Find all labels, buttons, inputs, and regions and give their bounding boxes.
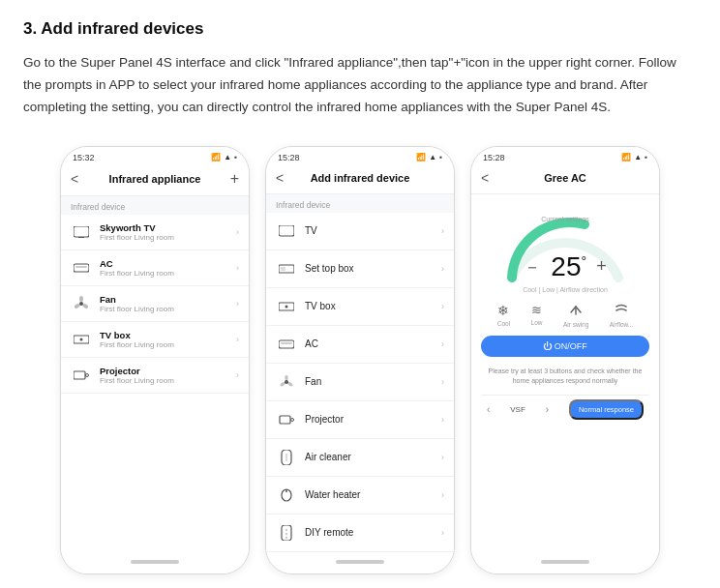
phone1-status-icons: 📶 ▲ ▪	[211, 153, 237, 162]
cool-line-label: Cool | Low | Airflow direction	[523, 286, 608, 293]
vsf-label: VSF	[510, 405, 525, 414]
ac-room: First floor Living room	[100, 269, 228, 278]
phone2-infrared-label: Infrared device	[266, 194, 454, 213]
phone1-body: Infrared device Skyworth TV First floor …	[61, 196, 249, 552]
device-row-projector[interactable]: Projector First floor Living room ›	[61, 358, 249, 394]
projector-room: First floor Living room	[100, 376, 228, 385]
add-item-tv[interactable]: TV ›	[266, 213, 454, 250]
fan-room: First floor Living room	[100, 305, 228, 313]
add-item-waterheater[interactable]: Water heater ›	[266, 477, 454, 514]
svg-point-24	[291, 418, 294, 421]
svg-rect-18	[281, 342, 292, 344]
projector-chevron: ›	[236, 370, 239, 380]
tvbox-room: First floor Living room	[100, 340, 228, 349]
temp-plus-btn[interactable]: +	[596, 256, 607, 277]
airswing-icon	[569, 303, 583, 319]
add-projector-chevron: ›	[441, 415, 444, 425]
airswing-label: Air swing	[563, 321, 588, 328]
add-waterheater-label: Water heater	[305, 489, 434, 500]
svg-rect-10	[74, 371, 85, 379]
ac-ctrl-cool[interactable]: ❄ Cool	[497, 303, 510, 328]
tv-info: Skyworth TV First floor Living room	[100, 222, 228, 242]
airflow-icon	[615, 303, 628, 319]
phone3-status-bar: 15:28 📶 ▲ ▪	[471, 147, 659, 164]
phone1-infrared-label: Infrared device	[61, 196, 249, 215]
svg-rect-12	[279, 225, 294, 236]
phone3-title: Gree AC	[496, 172, 634, 184]
svg-point-5	[79, 296, 83, 302]
add-waterheater-chevron: ›	[441, 490, 444, 500]
device-row-ac[interactable]: AC First floor Living room ›	[61, 250, 249, 286]
fan-name: Fan	[100, 294, 228, 305]
svg-rect-0	[74, 226, 89, 237]
phone3-back-btn[interactable]: <	[481, 170, 496, 186]
fan-icon	[71, 293, 92, 314]
svg-rect-23	[280, 416, 290, 424]
fan-info: Fan First floor Living room	[100, 294, 228, 313]
add-tv-label: TV	[305, 225, 434, 236]
device-row-tv[interactable]: Skyworth TV First floor Living room ›	[61, 215, 249, 250]
tv-chevron: ›	[236, 227, 239, 237]
battery-icon3: ▪	[645, 153, 647, 162]
add-ac-icon	[276, 334, 297, 355]
phone1-back-btn[interactable]: <	[71, 171, 86, 187]
add-tv-icon	[276, 220, 297, 242]
device-row-tvbox[interactable]: TV box First floor Living room ›	[61, 322, 249, 358]
add-settopbox-label: Set top box	[305, 263, 434, 274]
temp-number: 25	[551, 251, 581, 281]
add-item-fan[interactable]: Fan ›	[266, 364, 454, 401]
phone1-bottom	[61, 552, 249, 573]
ac-ctrl-airswing[interactable]: Air swing	[563, 303, 588, 328]
add-item-settopbox[interactable]: Set top box ›	[266, 250, 454, 288]
normal-response-btn[interactable]: Normal response	[569, 399, 644, 420]
add-aircleaner-icon	[276, 447, 297, 468]
add-aircleaner-chevron: ›	[441, 453, 444, 462]
phone2-title: Add infrared device	[291, 172, 429, 184]
add-item-tvbox[interactable]: TV box ›	[266, 288, 454, 326]
ac-chevron: ›	[236, 263, 239, 273]
notice-text: Please try at least 3 buttons and check …	[481, 367, 649, 387]
wifi-icon: ▲	[224, 153, 231, 162]
add-ac-chevron: ›	[441, 339, 444, 349]
cool-label: Cool	[497, 320, 510, 327]
current-settings-label: Current settings	[497, 216, 633, 222]
add-item-aircleaner[interactable]: Air cleaner ›	[266, 439, 454, 477]
low-icon: ≋	[531, 303, 542, 317]
next-arrow[interactable]: ›	[546, 404, 549, 415]
phone2-status-icons: 📶 ▲ ▪	[416, 153, 442, 162]
add-item-diy[interactable]: DIY remote ›	[266, 514, 454, 552]
low-label: Low	[531, 319, 543, 326]
on-off-button[interactable]: ⏻ ON/OFF	[481, 336, 649, 357]
add-item-projector[interactable]: Projector ›	[266, 401, 454, 439]
ac-ctrl-airflow[interactable]: Airflow...	[610, 303, 634, 328]
phone1-plus-btn[interactable]: +	[224, 170, 239, 188]
phone2-body: Infrared device TV › Set top box ›	[266, 194, 454, 552]
svg-point-9	[80, 338, 83, 340]
phone2-back-btn[interactable]: <	[276, 170, 291, 186]
ac-info: AC First floor Living room	[100, 258, 228, 278]
projector-info: Projector First floor Living room	[100, 366, 228, 385]
phone3-header: < Gree AC	[471, 164, 659, 194]
ac-ctrl-low[interactable]: ≋ Low	[531, 303, 543, 328]
phone2-time: 15:28	[278, 153, 300, 162]
phone3-body: Current settings － 25° + Cool | Low | Ai…	[471, 194, 659, 552]
device-row-fan[interactable]: Fan First floor Living room ›	[61, 286, 249, 322]
tvbox-name: TV box	[100, 330, 228, 340]
ac-name: AC	[100, 258, 228, 269]
svg-point-4	[79, 302, 83, 306]
section-description: Go to the Super Panel 4S interface and c…	[23, 52, 697, 119]
add-ac-label: AC	[305, 338, 434, 349]
tv-icon	[71, 221, 92, 243]
add-waterheater-icon	[276, 485, 297, 506]
battery-icon2: ▪	[439, 153, 442, 162]
prev-arrow[interactable]: ‹	[487, 404, 490, 415]
add-diy-label: DIY remote	[305, 527, 434, 538]
temp-minus-btn[interactable]: －	[524, 255, 541, 279]
phones-row: 15:32 📶 ▲ ▪ < Infrared appliance + Infra…	[23, 146, 697, 574]
add-tvbox-icon	[276, 296, 297, 317]
svg-rect-1	[78, 237, 84, 238]
signal-icon: 📶	[211, 153, 221, 162]
add-item-ac[interactable]: AC ›	[266, 326, 454, 364]
add-tv-chevron: ›	[441, 226, 444, 236]
phone1-title: Infrared appliance	[86, 173, 224, 185]
